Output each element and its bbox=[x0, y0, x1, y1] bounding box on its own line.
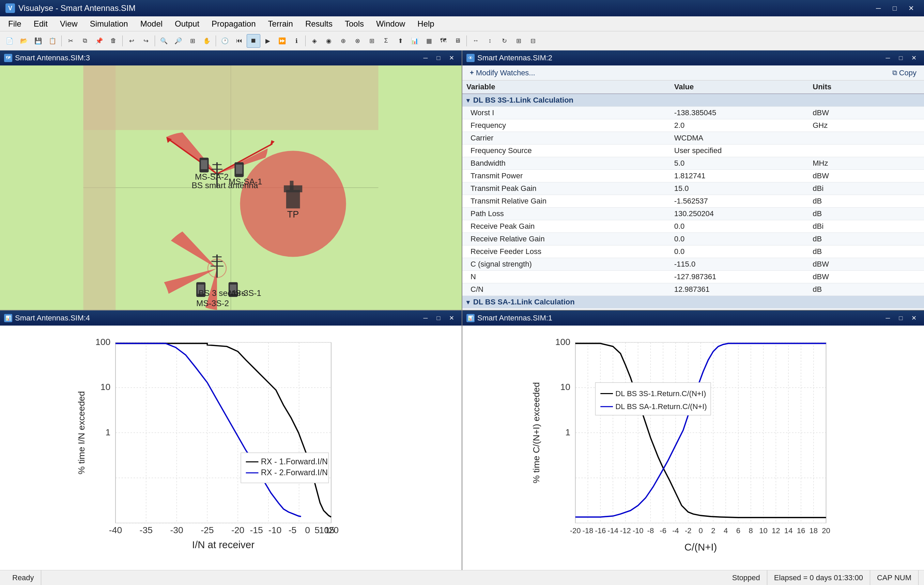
tb-move2[interactable]: ↕ bbox=[483, 34, 497, 48]
tb-zoomfit[interactable]: ⊞ bbox=[186, 34, 199, 48]
tb-rotate[interactable]: ↻ bbox=[497, 34, 511, 48]
tb-dist[interactable]: ⊟ bbox=[526, 34, 540, 48]
chart2-maximize[interactable]: □ bbox=[895, 312, 907, 324]
map-area[interactable]: TP MS-SA-2 MS-SA-1 BS smart antenna bbox=[0, 66, 462, 310]
tb-chart[interactable]: 📊 bbox=[408, 34, 421, 48]
watches-maximize[interactable]: □ bbox=[895, 52, 907, 64]
svg-text:-16: -16 bbox=[595, 526, 606, 535]
svg-text:RX - 1.Forward.I/N: RX - 1.Forward.I/N bbox=[261, 457, 328, 466]
chart2-minimize[interactable]: ─ bbox=[882, 312, 894, 324]
menu-terrain[interactable]: Terrain bbox=[263, 17, 299, 31]
tb-zoomin[interactable]: 🔍 bbox=[157, 34, 171, 48]
map-minimize[interactable]: ─ bbox=[419, 52, 432, 64]
tb-prop5[interactable]: ⊞ bbox=[365, 34, 378, 48]
tb-zoomout[interactable]: 🔎 bbox=[172, 34, 185, 48]
watches-minimize[interactable]: ─ bbox=[882, 52, 894, 64]
watches-panel-icon: 👁 bbox=[467, 54, 475, 62]
chart1-maximize[interactable]: □ bbox=[432, 312, 445, 324]
svg-rect-22 bbox=[236, 165, 242, 174]
svg-text:10: 10 bbox=[101, 382, 111, 392]
maximize-button[interactable]: □ bbox=[887, 1, 902, 16]
svg-text:20: 20 bbox=[328, 525, 338, 535]
tb-start[interactable]: ⏮ bbox=[233, 34, 246, 48]
tb-map[interactable]: 🗺 bbox=[436, 34, 450, 48]
menu-simulation[interactable]: Simulation bbox=[84, 17, 134, 31]
menu-view[interactable]: View bbox=[54, 17, 83, 31]
menu-model[interactable]: Model bbox=[135, 17, 168, 31]
watches-close[interactable]: ✕ bbox=[908, 52, 920, 64]
tb-sum[interactable]: Σ bbox=[379, 34, 393, 48]
menu-file[interactable]: File bbox=[3, 17, 27, 31]
status-capnum-text: CAP NUM bbox=[877, 573, 911, 582]
menu-tools[interactable]: Tools bbox=[339, 17, 369, 31]
tb-prop4[interactable]: ⊗ bbox=[351, 34, 364, 48]
tb-stop[interactable]: ⏹ bbox=[247, 34, 260, 48]
tb-paste[interactable]: 📌 bbox=[92, 34, 106, 48]
watches-table[interactable]: Variable Value Units ▼DL BS 3S-1.Link Ca… bbox=[462, 81, 924, 310]
close-button[interactable]: ✕ bbox=[904, 1, 919, 16]
map-maximize[interactable]: □ bbox=[432, 52, 445, 64]
table-row: Worst I -138.385045 dBW bbox=[462, 107, 924, 119]
copy-btn[interactable]: ⧉ Copy bbox=[889, 67, 920, 79]
value-cell: 1.812741 bbox=[670, 170, 809, 182]
menu-help[interactable]: Help bbox=[412, 17, 439, 31]
tb-saveas[interactable]: 📋 bbox=[46, 34, 59, 48]
col-variable[interactable]: Variable bbox=[462, 81, 670, 94]
tb-new[interactable]: 📄 bbox=[3, 34, 16, 48]
tb-open[interactable]: 📂 bbox=[17, 34, 31, 48]
tb-time[interactable]: 🕐 bbox=[218, 34, 232, 48]
tb-delete[interactable]: 🗑 bbox=[107, 34, 120, 48]
tb-table[interactable]: ▦ bbox=[422, 34, 436, 48]
tb-prop3[interactable]: ⊕ bbox=[336, 34, 350, 48]
group-row[interactable]: ▼DL BS SA-1.Link Calculation bbox=[462, 296, 924, 309]
tb-save[interactable]: 💾 bbox=[31, 34, 45, 48]
menu-output[interactable]: Output bbox=[169, 17, 205, 31]
chart2-title-area: 📊 Smart Antennas.SIM:1 bbox=[467, 314, 552, 322]
value-cell: WCDMA bbox=[670, 132, 809, 145]
expand-icon[interactable]: ▼ bbox=[465, 97, 471, 104]
modify-watches-btn[interactable]: + Modify Watches... bbox=[467, 67, 539, 79]
tb-redo[interactable]: ↪ bbox=[139, 34, 153, 48]
menu-propagation[interactable]: Propagation bbox=[206, 17, 261, 31]
tb-undo[interactable]: ↩ bbox=[125, 34, 138, 48]
col-value[interactable]: Value bbox=[670, 81, 809, 94]
menu-results[interactable]: Results bbox=[300, 17, 338, 31]
tb-move1[interactable]: ↔ bbox=[469, 34, 482, 48]
value-cell: 0.0 bbox=[670, 233, 809, 245]
svg-text:MS-SA-2: MS-SA-2 bbox=[195, 172, 229, 182]
tb-align[interactable]: ⊞ bbox=[512, 34, 525, 48]
table-row: N -127.987361 dBW bbox=[462, 271, 924, 283]
col-units[interactable]: Units bbox=[808, 81, 924, 94]
tb-fast[interactable]: ⏩ bbox=[275, 34, 289, 48]
map-close[interactable]: ✕ bbox=[445, 52, 457, 64]
variable-cell: Receive Relative Gain bbox=[462, 233, 670, 245]
tb-prop1[interactable]: ◈ bbox=[308, 34, 321, 48]
data-table: Variable Value Units ▼DL BS 3S-1.Link Ca… bbox=[462, 81, 924, 310]
minimize-button[interactable]: ─ bbox=[871, 1, 886, 16]
chart1-minimize[interactable]: ─ bbox=[419, 312, 432, 324]
map-title-area: 🗺 Smart Antennas.SIM:3 bbox=[4, 53, 90, 63]
svg-text:-12: -12 bbox=[620, 526, 631, 535]
tb-export[interactable]: ⬆ bbox=[394, 34, 407, 48]
menu-window[interactable]: Window bbox=[371, 17, 411, 31]
menu-edit[interactable]: Edit bbox=[28, 17, 53, 31]
tb-screen[interactable]: 🖥 bbox=[451, 34, 464, 48]
svg-text:RX - 2.Forward.I/N: RX - 2.Forward.I/N bbox=[261, 468, 328, 477]
svg-text:-40: -40 bbox=[109, 525, 122, 535]
group-row[interactable]: ▼DL BS 3S-1.Link Calculation bbox=[462, 94, 924, 107]
tb-copy[interactable]: ⧉ bbox=[78, 34, 92, 48]
tb-cut[interactable]: ✂ bbox=[64, 34, 78, 48]
svg-text:% time I/N exceeded: % time I/N exceeded bbox=[76, 391, 87, 474]
chart1-close[interactable]: ✕ bbox=[445, 312, 457, 324]
expand-icon[interactable]: ▼ bbox=[465, 299, 471, 306]
chart2-close[interactable]: ✕ bbox=[908, 312, 920, 324]
svg-rect-4 bbox=[84, 66, 378, 130]
modify-watches-label: Modify Watches... bbox=[476, 69, 535, 78]
variable-cell: Bandwidth bbox=[462, 157, 670, 170]
tb-pan[interactable]: ✋ bbox=[200, 34, 214, 48]
tb-prop2[interactable]: ◉ bbox=[322, 34, 336, 48]
tb-info[interactable]: ℹ bbox=[290, 34, 303, 48]
chart1-panel-icon: 📊 bbox=[4, 314, 12, 322]
units-cell: dBi bbox=[808, 182, 924, 195]
tb-play[interactable]: ▶ bbox=[261, 34, 275, 48]
